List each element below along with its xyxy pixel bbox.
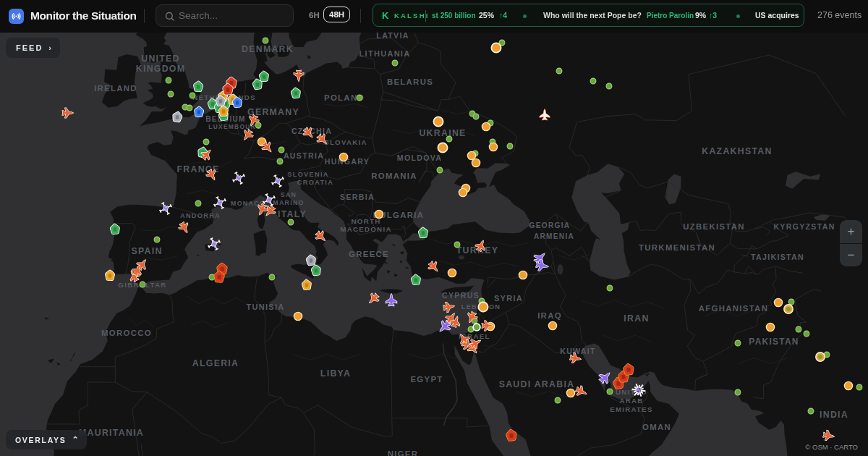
svg-text:SLOVAKIA: SLOVAKIA [324, 138, 367, 146]
svg-text:UKRAINE: UKRAINE [419, 128, 466, 138]
svg-text:SERBIA: SERBIA [340, 193, 375, 201]
svg-text:GEORGIA: GEORGIA [529, 221, 571, 229]
svg-text:UNITED: UNITED [141, 54, 180, 64]
svg-text:MARINO: MARINO [273, 199, 304, 206]
svg-text:LITHUANIA: LITHUANIA [359, 49, 411, 58]
svg-text:OMAN: OMAN [642, 423, 671, 431]
svg-text:KYRGYZSTAN: KYRGYZSTAN [773, 222, 835, 231]
svg-text:ARMENIA: ARMENIA [534, 232, 574, 240]
svg-text:IRELAND: IRELAND [94, 84, 137, 93]
svg-text:SAUDI ARABIA: SAUDI ARABIA [499, 379, 575, 389]
svg-text:CROATIA: CROATIA [297, 179, 333, 186]
svg-text:UZBEKISTAN: UZBEKISTAN [683, 222, 745, 231]
svg-text:CYPRUS: CYPRUS [442, 291, 480, 300]
svg-text:CZECHIA: CZECHIA [292, 127, 332, 135]
svg-text:GREECE: GREECE [349, 250, 389, 258]
svg-text:AFGHANISTAN: AFGHANISTAN [699, 304, 768, 313]
svg-text:EGYPT: EGYPT [410, 375, 443, 384]
svg-text:TUNISIA: TUNISIA [246, 303, 284, 311]
svg-text:MOLDOVA: MOLDOVA [397, 153, 442, 162]
svg-text:© OSM · CARTO: © OSM · CARTO [805, 443, 858, 451]
svg-text:IRAQ: IRAQ [537, 311, 562, 320]
svg-text:KUWAIT: KUWAIT [560, 347, 596, 355]
svg-text:TURKMENISTAN: TURKMENISTAN [639, 243, 715, 252]
svg-text:LIBYA: LIBYA [320, 368, 351, 379]
svg-text:MOROCCO: MOROCCO [101, 329, 152, 337]
svg-text:NIGER: NIGER [388, 449, 419, 456]
svg-text:PAKISTAN: PAKISTAN [749, 337, 799, 347]
svg-text:ALGERIA: ALGERIA [192, 358, 239, 368]
svg-text:DENMARK: DENMARK [242, 44, 294, 54]
svg-text:KINGDOM: KINGDOM [136, 64, 186, 74]
svg-text:SYRIA: SYRIA [494, 294, 523, 303]
svg-text:ANDORRA: ANDORRA [180, 212, 221, 219]
svg-text:SPAIN: SPAIN [131, 246, 162, 256]
svg-text:EMIRATES: EMIRATES [610, 405, 653, 413]
svg-text:SLOVENIA: SLOVENIA [287, 171, 328, 178]
svg-text:ARAB: ARAB [619, 397, 643, 405]
svg-text:AUSTRIA: AUSTRIA [284, 151, 324, 160]
svg-text:KAZAKHSTAN: KAZAKHSTAN [702, 146, 772, 156]
svg-text:ITALY: ITALY [278, 209, 307, 219]
svg-text:SAN: SAN [281, 191, 297, 198]
svg-text:IRAN: IRAN [624, 313, 649, 324]
svg-text:MACEDONIA: MACEDONIA [340, 225, 391, 233]
svg-text:MAURITANIA: MAURITANIA [79, 428, 144, 438]
svg-text:ROMANIA: ROMANIA [371, 172, 417, 180]
svg-text:BELARUS: BELARUS [387, 77, 433, 86]
svg-text:LUXEMBOURG: LUXEMBOURG [208, 123, 262, 130]
svg-text:INDIA: INDIA [820, 410, 848, 420]
svg-text:TAJIKISTAN: TAJIKISTAN [751, 253, 804, 261]
